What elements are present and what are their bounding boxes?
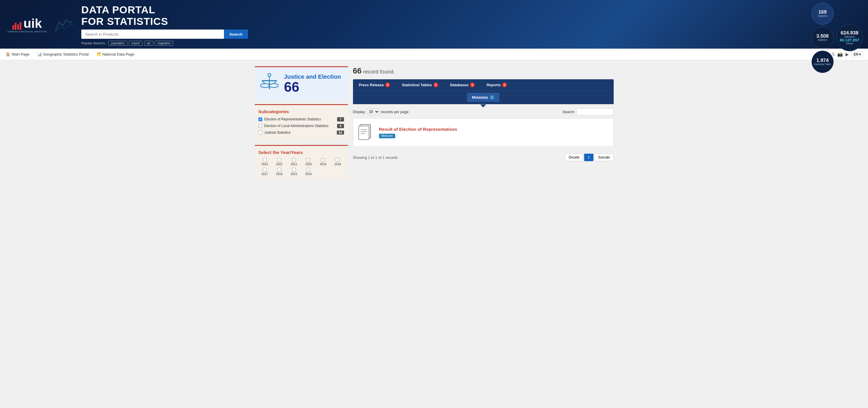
svg-line-5 [322, 95, 326, 98]
year-label-2022: 2022 [324, 191, 333, 195]
year-item-2014: 2014 [355, 197, 370, 207]
nav-national-page[interactable]: 🗂️ National Data Page [112, 57, 159, 71]
svg-point-2 [306, 98, 317, 103]
portal-title: DATA PORTAL FOR STATISTICS [96, 5, 868, 32]
pagination-info: Showing 1 to 1 of 1 records [415, 183, 468, 188]
nav-main-page[interactable]: 🏠 Main Page [6, 57, 36, 71]
year-checkbox-2015[interactable] [343, 197, 348, 202]
year-checkbox-2021[interactable] [343, 186, 348, 190]
main-content: Justice and Election 66 Subcategories El… [294, 71, 728, 218]
year-item-2018: 2018 [390, 186, 404, 195]
nav-links: 🏠 Main Page 📊 Geographic Statistics Port… [6, 57, 159, 71]
year-label-2016: 2016 [324, 203, 333, 207]
next-button[interactable]: Sonraki [699, 181, 722, 190]
year-checkbox-2016[interactable] [327, 197, 331, 202]
year-item-2019: 2019 [373, 186, 388, 195]
portal-title-area: DATA PORTAL FOR STATISTICS Search Popula… [96, 5, 868, 54]
year-label-2017: 2017 [308, 203, 315, 207]
year-item-2016: 2016 [321, 197, 336, 207]
svg-point-3 [317, 98, 327, 103]
year-item-2017: 2017 [304, 197, 319, 207]
year-item-2021: 2021 [338, 186, 353, 195]
year-label-2023: 2023 [308, 191, 315, 195]
year-item-2022: 2022 [321, 186, 336, 195]
year-checkbox-2014[interactable] [361, 197, 365, 202]
logo-area: uik TURKISH STATISTICAL INSTITUTE [9, 20, 55, 39]
pagination-btns: Önceki 1 Sonraki [664, 181, 722, 190]
subcat-checkbox-0[interactable] [304, 138, 309, 143]
svg-line-4 [308, 95, 312, 98]
table-search-area: Search: [662, 127, 722, 136]
year-checkbox-2023[interactable] [309, 186, 314, 190]
logo-subtitle: TURKISH STATISTICAL INSTITUTE [9, 36, 55, 39]
year-item-2023: 2023 [304, 186, 319, 195]
prev-button[interactable]: Önceki [664, 181, 686, 190]
year-item-2020: 2020 [355, 186, 370, 195]
year-checkbox-2017[interactable] [309, 197, 314, 202]
year-checkbox-2019[interactable] [378, 186, 382, 190]
right-panel: 66 record found. Press Release 0 Statist… [415, 78, 722, 211]
year-checkbox-2018[interactable] [395, 186, 400, 190]
year-checkbox-2020[interactable] [361, 186, 365, 190]
year-item-2015: 2015 [338, 197, 353, 207]
year-label-2020: 2020 [359, 191, 367, 195]
page-1-button[interactable]: 1 [687, 181, 698, 190]
geo-icon: 📊 [44, 61, 50, 67]
year-label-2019: 2019 [376, 191, 384, 195]
year-label-2018: 2018 [394, 191, 401, 195]
year-checkbox-2022[interactable] [327, 186, 331, 190]
year-label-2014: 2014 [359, 203, 367, 207]
national-icon: 🗂️ [114, 61, 119, 67]
home-icon: 🏠 [7, 61, 12, 67]
pagination-area: Showing 1 to 1 of 1 records Önceki 1 Son… [415, 176, 722, 190]
table-search-input[interactable] [679, 127, 722, 136]
year-label-2021: 2021 [342, 191, 350, 195]
year-label-2015: 2015 [342, 203, 350, 207]
year-grid: 2023 2022 2021 2020 2019 [304, 186, 405, 207]
